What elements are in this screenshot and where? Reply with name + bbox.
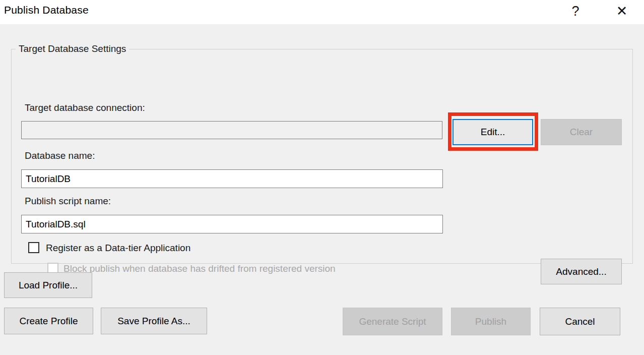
target-database-connection-input <box>21 121 442 139</box>
help-icon[interactable]: ? <box>567 1 584 21</box>
target-database-settings-legend: Target Database Settings <box>16 43 129 54</box>
publish-button: Publish <box>451 308 531 335</box>
publish-script-name-input[interactable] <box>21 215 443 233</box>
register-datatier-label[interactable]: Register as a Data-tier Application <box>46 243 190 254</box>
target-database-settings-group: Target Database Settings Target database… <box>11 43 633 264</box>
database-name-label: Database name: <box>25 150 95 161</box>
cancel-button[interactable]: Cancel <box>540 308 620 335</box>
database-name-input[interactable] <box>21 169 443 188</box>
publish-script-name-label: Publish script name: <box>25 196 111 207</box>
block-publish-label: Block publish when database has drifted … <box>63 263 336 274</box>
create-profile-button[interactable]: Create Profile <box>4 308 93 334</box>
generate-script-button: Generate Script <box>343 308 442 335</box>
dialog-title: Publish Database <box>4 4 89 16</box>
advanced-button[interactable]: Advanced... <box>541 259 622 284</box>
load-profile-button[interactable]: Load Profile... <box>4 272 92 298</box>
titlebar: Publish Database ? ✕ <box>0 0 644 24</box>
register-datatier-checkbox[interactable] <box>28 242 39 253</box>
edit-button[interactable]: Edit... <box>453 119 533 145</box>
close-icon[interactable]: ✕ <box>611 0 633 22</box>
save-profile-as-button[interactable]: Save Profile As... <box>101 308 207 334</box>
clear-button: Clear <box>541 119 622 145</box>
dialog-body: Target Database Settings Target database… <box>0 24 644 355</box>
target-database-connection-label: Target database connection: <box>25 102 145 113</box>
